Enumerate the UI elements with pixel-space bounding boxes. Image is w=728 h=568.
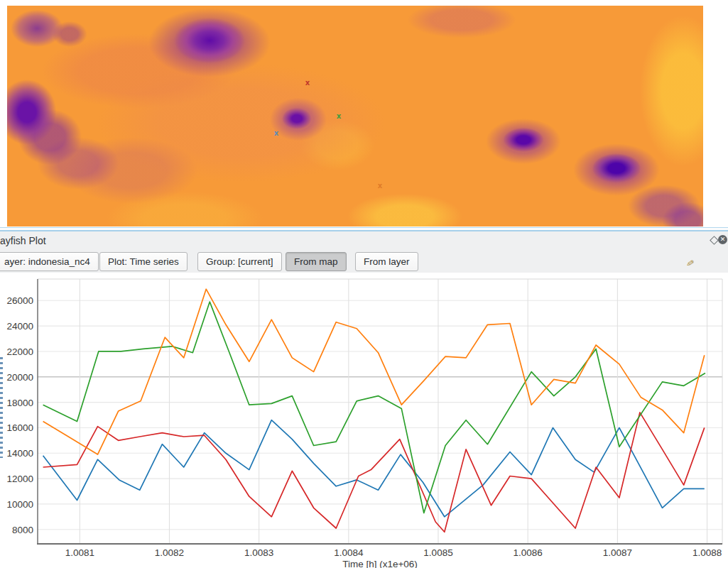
plot-toolbar: ayer: indonesia_nc4 Plot: Time series Gr… (0, 250, 728, 273)
y-tick-label: 8000 (12, 525, 33, 535)
from-layer-button[interactable]: From layer (355, 252, 418, 271)
y-tick-label: 10000 (6, 499, 33, 510)
map-marker-orange: x (378, 182, 382, 190)
map-marker-red: x (305, 80, 310, 87)
x-tick-label: 1.0088 (692, 547, 722, 558)
y-tick-label: 12000 (6, 474, 33, 484)
from-map-button[interactable]: From map (286, 252, 347, 271)
x-tick-label: 1.0085 (423, 547, 452, 558)
layer-button[interactable]: ayer: indonesia_nc4 (0, 252, 99, 271)
x-tick-label: 1.0082 (155, 547, 184, 558)
dock-titlebar: ayfish Plot (0, 232, 728, 250)
x-tick-label: 1.0084 (334, 547, 364, 558)
y-tick-label: 22000 (6, 346, 33, 357)
series-line-red (43, 413, 705, 532)
panel-splitter[interactable] (0, 226, 728, 232)
plot-type-button[interactable]: Plot: Time series (99, 252, 188, 271)
pencil-icon[interactable]: ✎ (684, 258, 696, 268)
y-tick-label: 16000 (6, 422, 33, 433)
map-view: xxxx (0, 0, 728, 226)
x-tick-label: 1.0081 (65, 547, 94, 558)
crayfish-plot-window: { "map": { "colors": { "background_orang… (0, 0, 728, 568)
x-tick-label: 1.0087 (603, 547, 632, 558)
y-tick-label: 26000 (6, 295, 33, 306)
x-axis-title: Time [h] (x1e+06) (342, 559, 418, 568)
panel-title: ayfish Plot (0, 235, 46, 246)
close-icon[interactable]: ✕ (718, 235, 727, 244)
series-line-blue (43, 420, 705, 517)
x-tick-label: 1.0086 (514, 547, 543, 558)
y-axis-label-clipped (0, 357, 3, 458)
y-tick-label: 14000 (6, 448, 33, 459)
plot-canvas[interactable]: 8000100001200014000160001800020000220002… (0, 273, 728, 568)
series-line-orange (43, 289, 705, 454)
y-tick-label: 20000 (6, 372, 33, 383)
y-tick-label: 18000 (6, 398, 33, 408)
map-marker-green: x (337, 113, 341, 120)
x-tick-label: 1.0083 (244, 547, 273, 558)
map-marker-blue: x (274, 130, 278, 137)
raster-map-canvas[interactable] (7, 6, 703, 226)
series-line-green (43, 302, 705, 513)
time-series-chart[interactable]: 8000100001200014000160001800020000220002… (0, 273, 728, 568)
group-button[interactable]: Group: [current] (197, 252, 282, 271)
y-tick-label: 24000 (6, 321, 33, 332)
